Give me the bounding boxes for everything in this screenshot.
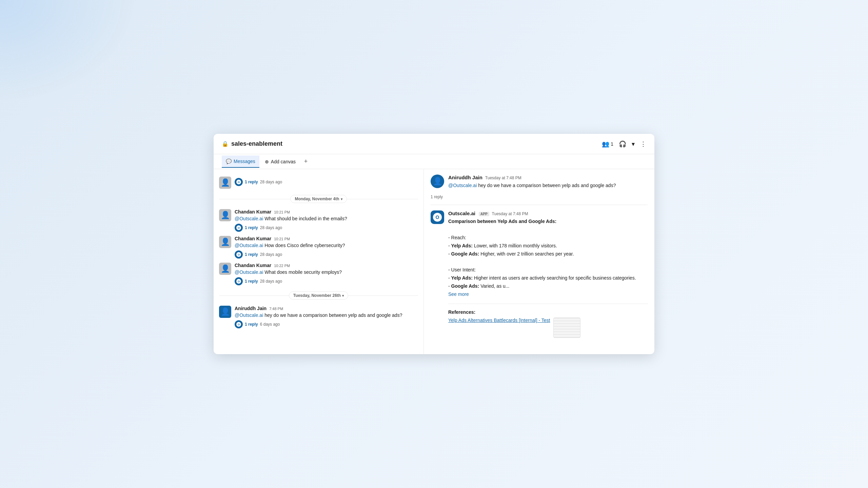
- message-author-aniruddh: Aniruddh Jain: [235, 306, 267, 311]
- yelp-reach: - Yelp Ads: Lower, with 178 million mont…: [448, 243, 557, 248]
- list-item: 👤 Chandan Kumar 10:22 PM @Outscale.ai Wh…: [214, 261, 423, 287]
- tab-add-canvas[interactable]: ⊕ Add canvas: [261, 156, 300, 168]
- message-header-chandan-3: Chandan Kumar 10:22 PM: [235, 263, 418, 268]
- mention-chandan-2: @Outscale.ai: [235, 243, 263, 248]
- thread-response-body: Outscale.ai APP Tuesday at 7:48 PM Compa…: [448, 210, 648, 338]
- header-left: 🔒 sales-enablement: [222, 140, 282, 147]
- chevron-down-icon[interactable]: ▾: [632, 140, 635, 148]
- add-tab-button[interactable]: +: [301, 157, 311, 166]
- see-more-link[interactable]: See more: [448, 291, 469, 297]
- list-item: 👤 Aniruddh Jain 7:48 PM @Outscale.ai hey…: [214, 304, 423, 330]
- avatar-partial: 👤: [219, 177, 231, 189]
- reply-icon-chandan-1: O: [235, 224, 243, 232]
- message-author-chandan-3: Chandan Kumar: [235, 263, 271, 268]
- mention-aniruddh: @Outscale.ai: [235, 312, 263, 318]
- message-body-partial: O 1 reply 28 days ago: [235, 177, 418, 189]
- reply-icon-chandan-3: O: [235, 277, 243, 285]
- reply-count-aniruddh[interactable]: O 1 reply 6 days ago: [235, 320, 418, 328]
- date-chevron-monday: ▾: [341, 197, 342, 201]
- tab-messages[interactable]: 💬 Messages: [222, 156, 259, 168]
- message-text-chandan-3: @Outscale.ai What does mobile security e…: [235, 269, 418, 276]
- thread-avatar-aniruddh: 👤: [431, 175, 444, 188]
- reply-count-chandan-2[interactable]: O 1 reply 28 days ago: [235, 250, 418, 259]
- reply-count-chandan-1[interactable]: O 1 reply 28 days ago: [235, 224, 418, 232]
- thread-mention: @Outscale.ai: [448, 183, 477, 188]
- message-author-chandan-1: Chandan Kumar: [235, 209, 271, 215]
- reply-text-chandan-1: 1 reply: [245, 225, 258, 230]
- members-count: 1: [611, 141, 613, 147]
- outscale-icon: O: [433, 213, 442, 222]
- message-content-chandan-1: What should be included in the emails?: [264, 216, 347, 221]
- message-body-aniruddh: Aniruddh Jain 7:48 PM @Outscale.ai hey d…: [235, 306, 418, 328]
- reply-icon-partial: O: [235, 178, 243, 186]
- message-header-chandan-2: Chandan Kumar 10:21 PM: [235, 236, 418, 241]
- reply-ago-partial: 28 days ago: [260, 180, 282, 184]
- reply-count-chandan-3[interactable]: O 1 reply 28 days ago: [235, 277, 418, 285]
- list-item: 👤 Chandan Kumar 10:21 PM @Outscale.ai Wh…: [214, 207, 423, 234]
- thread-response-message: O Outscale.ai APP Tuesday at 7:48 PM Com…: [431, 210, 648, 338]
- references-title: References:: [448, 309, 648, 315]
- avatar-chandan-3: 👤: [219, 263, 231, 275]
- reference-row: Yelp Ads Alternatives Battlecards [Inter…: [448, 318, 648, 338]
- thread-reply-count: 1 reply: [431, 195, 648, 199]
- message-body-chandan-3: Chandan Kumar 10:22 PM @Outscale.ai What…: [235, 263, 418, 285]
- google-intent: - Google Ads: Varied, as u...: [448, 283, 510, 289]
- reference-link-1[interactable]: Yelp Ads Alternatives Battlecards [Inter…: [448, 318, 550, 323]
- thread-response-header: Outscale.ai APP Tuesday at 7:48 PM: [448, 210, 648, 216]
- thread-response-text: Comparison between Yelp Ads and Google A…: [448, 218, 648, 298]
- date-text-tuesday: Tuesday, November 26th: [293, 293, 341, 298]
- avatar-person-icon-2: 👤: [221, 238, 230, 246]
- members-icon: 👥: [602, 140, 609, 148]
- thread-original-content: hey do we have a comparison between yelp…: [478, 183, 616, 188]
- avatar-icon-partial: 👤: [221, 178, 230, 187]
- date-label-tuesday[interactable]: Tuesday, November 26th ▾: [289, 291, 348, 300]
- thread-original-body: Aniruddh Jain Tuesday at 7:48 PM @Outsca…: [448, 175, 648, 189]
- thread-original-time: Tuesday at 7:48 PM: [485, 176, 521, 180]
- thread-avatar-icon-aniruddh: 👤: [433, 177, 442, 186]
- avatar-chandan-1: 👤: [219, 209, 231, 221]
- thread-original-message: 👤 Aniruddh Jain Tuesday at 7:48 PM @Outs…: [431, 175, 648, 189]
- outscale-avatar: O: [431, 210, 444, 224]
- reply-icon-inner-chandan-2: O: [236, 252, 241, 257]
- message-header-chandan-1: Chandan Kumar 10:21 PM: [235, 209, 418, 215]
- message-content-aniruddh: hey do we have a comparison between yelp…: [264, 312, 402, 318]
- message-body-chandan-2: Chandan Kumar 10:21 PM @Outscale.ai How …: [235, 236, 418, 259]
- message-header-aniruddh: Aniruddh Jain 7:48 PM: [235, 306, 418, 311]
- channel-name: sales-enablement: [231, 140, 282, 147]
- reply-icon-inner-partial: O: [236, 180, 241, 184]
- list-item: 👤 Chandan Kumar 10:21 PM @Outscale.ai Ho…: [214, 234, 423, 261]
- reply-count-partial[interactable]: O 1 reply 28 days ago: [235, 178, 418, 186]
- message-time-chandan-1: 10:21 PM: [274, 210, 290, 214]
- mention-chandan-1: @Outscale.ai: [235, 216, 263, 221]
- headphones-icon[interactable]: 🎧: [619, 140, 626, 148]
- google-reach: - Google Ads: Higher, with over 2 trilli…: [448, 251, 574, 257]
- date-label-monday[interactable]: Monday, November 4th ▾: [290, 195, 347, 203]
- avatar-person-icon-aniruddh: 👤: [221, 307, 230, 316]
- lock-icon: 🔒: [222, 141, 229, 147]
- header-right: 👥 1 🎧 ▾ ⋮: [602, 140, 646, 148]
- messages-panel: 👤 O 1 reply 28 days ago Monday, November…: [214, 169, 424, 354]
- reply-ago-chandan-2: 28 days ago: [260, 252, 282, 257]
- members-button[interactable]: 👥 1: [602, 140, 613, 148]
- reply-text-chandan-2: 1 reply: [245, 252, 258, 257]
- app-container: 🔒 sales-enablement 👥 1 🎧 ▾ ⋮ 💬 Messages …: [214, 134, 654, 354]
- comparison-title: Comparison between Yelp Ads and Google A…: [448, 219, 556, 224]
- avatar-person-icon-3: 👤: [221, 264, 230, 273]
- reply-icon-inner-chandan-1: O: [236, 225, 241, 230]
- mention-chandan-3: @Outscale.ai: [235, 269, 263, 275]
- tabs-bar: 💬 Messages ⊕ Add canvas +: [214, 154, 654, 169]
- thread-response-time: Tuesday at 7:48 PM: [492, 211, 528, 216]
- thread-original-text: @Outscale.ai hey do we have a comparison…: [448, 182, 648, 189]
- date-chevron-tuesday: ▾: [342, 294, 344, 298]
- thread-divider: [431, 205, 648, 205]
- message-time-chandan-3: 10:22 PM: [274, 264, 290, 268]
- message-body-chandan-1: Chandan Kumar 10:21 PM @Outscale.ai What…: [235, 209, 418, 232]
- avatar-chandan-2: 👤: [219, 236, 231, 248]
- yelp-intent: - Yelp Ads: Higher intent as users are a…: [448, 275, 636, 281]
- thread-original-header: Aniruddh Jain Tuesday at 7:48 PM: [448, 175, 648, 180]
- message-text-aniruddh: @Outscale.ai hey do we have a comparison…: [235, 312, 418, 319]
- reply-ago-chandan-1: 28 days ago: [260, 225, 282, 230]
- more-options-icon[interactable]: ⋮: [640, 140, 646, 148]
- reply-text-aniruddh: 1 reply: [245, 322, 258, 327]
- references-divider: [448, 304, 648, 304]
